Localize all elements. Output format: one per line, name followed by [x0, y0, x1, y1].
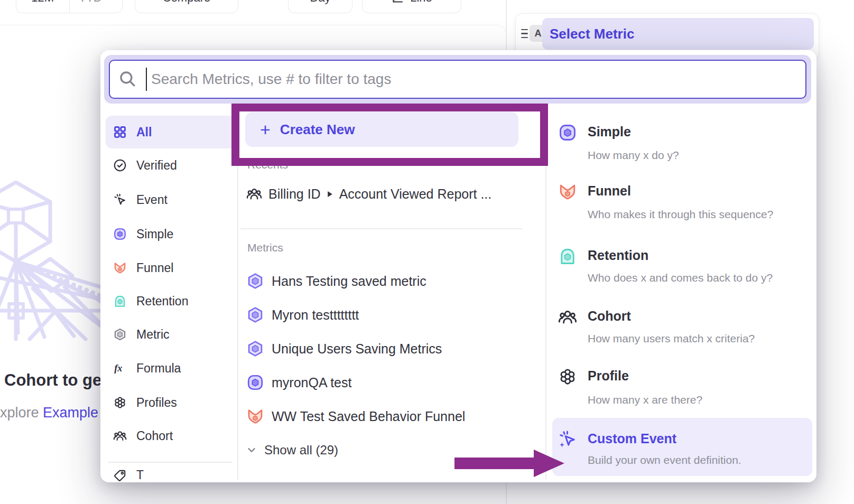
- grid-icon: [113, 125, 127, 139]
- type-simple-desc: How many x do y?: [588, 149, 679, 162]
- type-retention-desc: Who does x and comes back to do y?: [588, 272, 773, 284]
- saved-metric-hexagon-icon: [246, 340, 264, 358]
- verified-badge-icon: [113, 158, 127, 172]
- range-ytd-label: YTD: [79, 0, 102, 5]
- tag-icon: [113, 469, 127, 482]
- show-all-label: Show all (29): [264, 443, 338, 458]
- range-12m-label: 12M: [31, 0, 54, 5]
- type-profile[interactable]: Profile: [588, 368, 629, 384]
- simple-icon: [246, 374, 264, 391]
- sidebar-item-metric[interactable]: Metric: [106, 320, 236, 349]
- text-cursor: [146, 68, 147, 91]
- metric-list-item[interactable]: myronQA test: [246, 374, 351, 391]
- annotation-arrow-head: [534, 450, 564, 477]
- sidebar-item-profiles[interactable]: Profiles: [106, 388, 236, 417]
- sidebar-item-retention[interactable]: Retention: [106, 286, 236, 316]
- saved-metric-hexagon-icon: [246, 272, 264, 290]
- sidebar-item-tag-partial[interactable]: T: [108, 468, 235, 482]
- type-simple[interactable]: Simple: [588, 124, 631, 139]
- sidebar-item-all[interactable]: All: [106, 117, 236, 147]
- sidebar-item-event[interactable]: Event: [106, 185, 236, 214]
- sidebar-item-cohort[interactable]: Cohort: [106, 421, 236, 451]
- metric-list-item[interactable]: Myron testttttttt: [246, 306, 359, 324]
- chevron-down-icon: [246, 445, 257, 455]
- metric-hexagon-icon: [113, 328, 127, 341]
- metrics-section-label: Metrics: [247, 241, 283, 254]
- custom-event-highlight: [552, 418, 812, 476]
- saved-metric-hexagon-icon: [246, 306, 264, 324]
- profiles-flower-icon: [558, 367, 577, 386]
- type-custom-event[interactable]: Custom Event: [588, 431, 676, 446]
- line-chart-type-button[interactable]: Line: [362, 0, 461, 13]
- metric-list-item[interactable]: Unique Users Saving Metrics: [246, 340, 442, 358]
- funnel-icon: [113, 261, 127, 275]
- funnel-icon: [558, 182, 577, 201]
- recents-metrics-divider: [240, 228, 522, 229]
- type-cohort-desc: How many users match x criteria?: [588, 332, 755, 345]
- search-input[interactable]: [109, 60, 806, 99]
- sidebar-item-simple[interactable]: Simple: [106, 219, 236, 249]
- simple-icon: [558, 123, 577, 142]
- profiles-flower-icon: [113, 396, 127, 409]
- type-custom-event-desc: Build your own event definition.: [588, 454, 741, 466]
- cohort-people-icon: [113, 429, 127, 443]
- type-retention[interactable]: Retention: [588, 248, 648, 263]
- formula-fx-icon: [113, 361, 127, 375]
- simple-icon: [113, 227, 127, 241]
- line-label: Line: [410, 0, 432, 5]
- type-profile-desc: How many x are there?: [588, 394, 702, 406]
- recent-item-cohort-name: Billing ID: [268, 186, 321, 202]
- select-metric-label: Select Metric: [550, 26, 634, 42]
- recent-item-billing[interactable]: Billing ID Account Viewed Report ...: [246, 186, 491, 202]
- caret-right-icon: [327, 191, 333, 198]
- custom-event-cursor-icon: [558, 430, 577, 449]
- day-button[interactable]: Day: [288, 0, 352, 13]
- annotation-highlight-box: [231, 104, 548, 166]
- compare-label: Compare: [163, 0, 210, 5]
- sidebar-divider: [108, 462, 233, 463]
- type-funnel[interactable]: Funnel: [588, 183, 631, 199]
- recent-item-event-name: Account Viewed Report ...: [339, 186, 492, 202]
- sidebar-item-verified[interactable]: Verified: [106, 151, 236, 180]
- select-metric-slot[interactable]: Select Metric: [542, 18, 814, 50]
- compare-button[interactable]: Compare: [135, 0, 238, 13]
- range-ytd-button[interactable]: YTD: [69, 0, 123, 13]
- line-chart-icon: [391, 0, 404, 4]
- sidebar-item-funnel[interactable]: Funnel: [106, 253, 236, 283]
- retention-icon: [113, 294, 127, 308]
- date-range-control[interactable]: 12M YTD: [16, 0, 123, 13]
- type-funnel-desc: Who makes it through this sequence?: [588, 208, 773, 221]
- cohort-people-icon: [246, 186, 262, 202]
- funnel-icon: [246, 407, 264, 425]
- drag-handle-icon[interactable]: [521, 29, 528, 38]
- range-12m-button[interactable]: 12M: [16, 0, 69, 13]
- show-all-toggle[interactable]: Show all (29): [246, 443, 338, 458]
- event-cursor-icon: [113, 193, 127, 207]
- cohort-people-icon: [558, 307, 577, 326]
- retention-icon: [558, 247, 577, 266]
- app-screen: 12M YTD Compare Day Line A Select Metric: [0, 0, 854, 504]
- type-cohort[interactable]: Cohort: [588, 309, 631, 324]
- annotation-arrow: [454, 458, 535, 469]
- sidebar-item-formula[interactable]: Formula: [106, 353, 236, 383]
- chevron-down-icon: [105, 0, 113, 2]
- metric-list-item[interactable]: Hans Testing saved metric: [246, 272, 426, 290]
- metric-list-item[interactable]: WW Test Saved Behavior Funnel: [246, 407, 465, 425]
- search-icon: [118, 70, 136, 88]
- day-label: Day: [310, 0, 330, 5]
